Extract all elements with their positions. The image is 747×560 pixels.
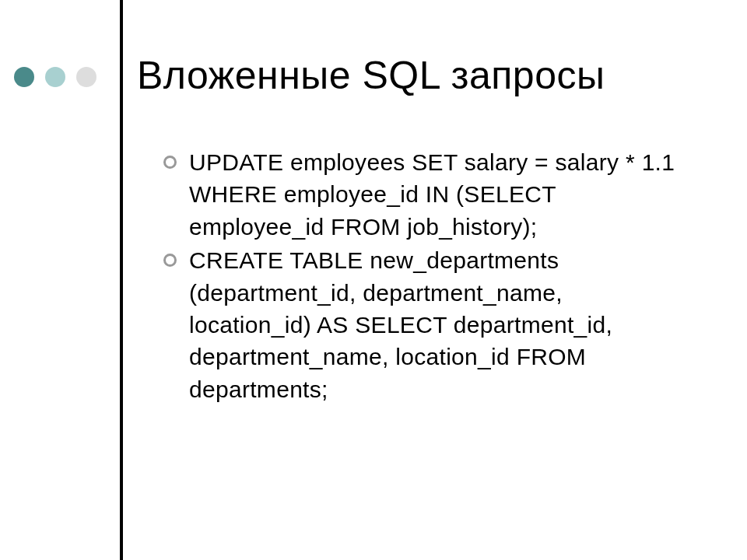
decorative-dots [14,67,96,87]
list-item: CREATE TABLE new_departments (department… [163,244,677,405]
bullet-list: UPDATE employees SET salary = salary * 1… [163,146,677,407]
list-item: UPDATE employees SET salary = salary * 1… [163,146,677,243]
vertical-divider [120,0,123,560]
bullet-circle-icon [163,156,177,169]
bullet-text: CREATE TABLE new_departments (department… [189,244,677,405]
dot-accent [14,67,34,87]
dot-light [45,67,65,87]
bullet-text: UPDATE employees SET salary = salary * 1… [189,146,677,243]
bullet-circle-icon [163,254,177,267]
dot-grey [76,67,96,87]
slide-title: Вложенные SQL запросы [137,53,605,98]
